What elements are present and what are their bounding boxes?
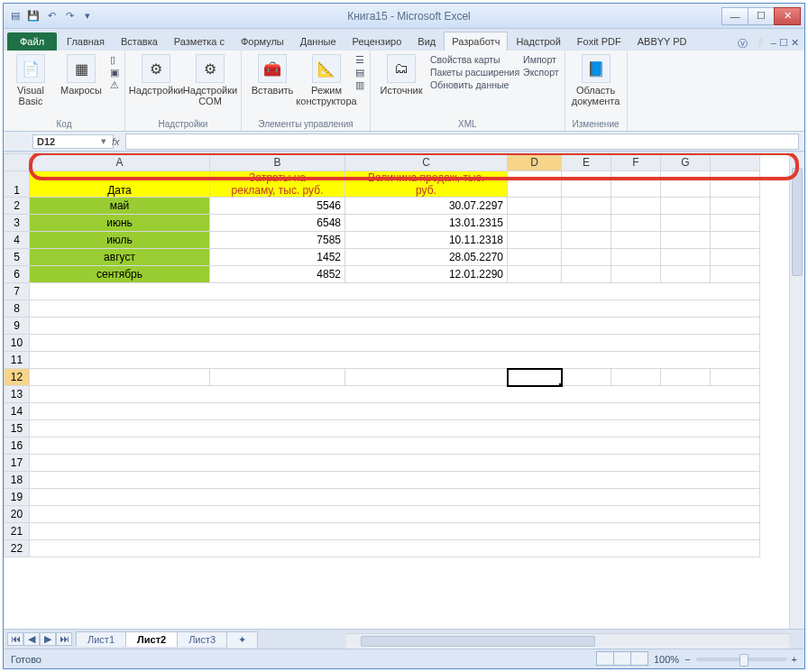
- col-header[interactable]: F: [611, 154, 661, 171]
- row-header[interactable]: 7: [5, 283, 30, 300]
- cell[interactable]: [711, 249, 760, 266]
- cell[interactable]: [661, 171, 711, 198]
- cell[interactable]: [30, 540, 760, 557]
- addins-com-button[interactable]: ⚙Надстройки COM: [185, 54, 235, 106]
- cell[interactable]: [661, 198, 711, 215]
- col-header[interactable]: [711, 154, 760, 171]
- cell[interactable]: [711, 369, 760, 386]
- scroll-thumb[interactable]: [361, 636, 595, 647]
- row-header[interactable]: 15: [5, 420, 30, 437]
- row-header[interactable]: 4: [5, 232, 30, 249]
- cell[interactable]: [611, 232, 661, 249]
- zoom-out-icon[interactable]: −: [684, 654, 690, 665]
- row-header[interactable]: 6: [5, 266, 30, 283]
- cell[interactable]: [611, 369, 661, 386]
- cell[interactable]: 1452: [210, 249, 345, 266]
- last-sheet-icon[interactable]: ⏭: [56, 632, 72, 646]
- tab-abbyy[interactable]: ABBYY PD: [629, 32, 695, 51]
- tab-review[interactable]: Рецензиро: [344, 32, 410, 51]
- cell[interactable]: 5546: [210, 198, 345, 215]
- cell[interactable]: [661, 369, 711, 386]
- col-header[interactable]: E: [562, 154, 611, 171]
- row-header[interactable]: 20: [5, 506, 30, 523]
- first-sheet-icon[interactable]: ⏮: [7, 632, 23, 646]
- export-button[interactable]: Экспорт: [523, 67, 558, 78]
- sheet-tab[interactable]: Лист2: [125, 631, 178, 647]
- cell[interactable]: [711, 171, 760, 198]
- selected-cell[interactable]: [508, 369, 562, 386]
- cell[interactable]: [508, 266, 562, 283]
- row-header[interactable]: 8: [5, 300, 30, 318]
- zoom-slider[interactable]: [696, 658, 786, 661]
- cell[interactable]: 10.11.2318: [345, 232, 508, 249]
- cell[interactable]: 12.01.2290: [345, 266, 508, 283]
- cell[interactable]: [508, 171, 562, 198]
- row-header[interactable]: 12: [5, 369, 30, 386]
- row-header[interactable]: 2: [5, 198, 30, 215]
- tab-layout[interactable]: Разметка с: [166, 32, 233, 51]
- redo-icon[interactable]: ↷: [61, 8, 78, 24]
- map-properties[interactable]: Свойства карты: [430, 54, 519, 65]
- namebox-dropdown-icon[interactable]: ▾: [101, 135, 106, 147]
- cell[interactable]: 6548: [210, 215, 345, 232]
- cell[interactable]: [30, 369, 210, 386]
- minimize-button[interactable]: —: [721, 7, 748, 25]
- row-header[interactable]: 10: [5, 335, 30, 352]
- cell[interactable]: сентябрь: [30, 266, 210, 283]
- row-header[interactable]: 18: [5, 472, 30, 489]
- tab-view[interactable]: Вид: [409, 32, 444, 51]
- help-icon[interactable]: ❔: [753, 37, 766, 51]
- cell[interactable]: [30, 283, 760, 300]
- horizontal-scrollbar[interactable]: [346, 633, 789, 649]
- spreadsheet-grid[interactable]: A B C D E F G 1 Дата Затраты нарекламу, …: [4, 153, 760, 557]
- col-header[interactable]: C: [345, 154, 508, 171]
- expansion-packs[interactable]: Пакеты расширения: [430, 67, 519, 78]
- col-header[interactable]: A: [30, 154, 210, 171]
- new-sheet-button[interactable]: ✦: [226, 631, 258, 648]
- file-tab[interactable]: Файл: [7, 32, 57, 51]
- cell[interactable]: [562, 369, 611, 386]
- fx-icon[interactable]: fx: [112, 136, 120, 147]
- cell[interactable]: [30, 318, 760, 335]
- cell[interactable]: Дата: [30, 171, 210, 198]
- cell[interactable]: [661, 249, 711, 266]
- addins-button[interactable]: ⚙Надстройки: [131, 54, 181, 96]
- cell[interactable]: 4852: [210, 266, 345, 283]
- cell[interactable]: [661, 232, 711, 249]
- cell[interactable]: 30.07.2297: [345, 198, 508, 215]
- cell[interactable]: [210, 369, 345, 386]
- macros-button[interactable]: ▦Макросы: [56, 54, 106, 96]
- row-header[interactable]: 11: [5, 352, 30, 369]
- window-controls-icon[interactable]: – ☐ ✕: [771, 37, 799, 51]
- cell[interactable]: 13.01.2315: [345, 215, 508, 232]
- formula-input[interactable]: [125, 133, 799, 150]
- cell[interactable]: [508, 249, 562, 266]
- select-all-corner[interactable]: [5, 154, 30, 171]
- row-header[interactable]: 21: [5, 523, 30, 540]
- control-options[interactable]: ☰▤▥: [355, 54, 364, 90]
- cell[interactable]: Затраты нарекламу, тыс. руб.: [210, 171, 345, 198]
- row-header[interactable]: 9: [5, 318, 30, 335]
- cell[interactable]: [562, 249, 611, 266]
- sheet-tab[interactable]: Лист1: [76, 631, 126, 647]
- cell[interactable]: [711, 215, 760, 232]
- cell[interactable]: [345, 369, 508, 386]
- visual-basic-button[interactable]: 📄Visual Basic: [9, 54, 52, 106]
- tab-addins[interactable]: Надстрой: [508, 32, 568, 51]
- cell[interactable]: [661, 215, 711, 232]
- cell[interactable]: 7585: [210, 232, 345, 249]
- row-header[interactable]: 14: [5, 403, 30, 420]
- insert-control-button[interactable]: 🧰Вставить: [247, 54, 298, 96]
- cell[interactable]: [30, 455, 760, 472]
- vertical-scrollbar[interactable]: [789, 153, 804, 629]
- row-header[interactable]: 13: [5, 386, 30, 403]
- close-button[interactable]: ✕: [774, 7, 801, 25]
- cell[interactable]: [30, 523, 760, 540]
- cell[interactable]: [711, 232, 760, 249]
- cell[interactable]: [30, 403, 760, 420]
- ribbon-minimize-icon[interactable]: ⓥ: [738, 37, 748, 51]
- cell[interactable]: 28.05.2270: [345, 249, 508, 266]
- cell[interactable]: [611, 266, 661, 283]
- maximize-button[interactable]: ☐: [748, 7, 775, 25]
- zoom-in-icon[interactable]: +: [792, 654, 797, 665]
